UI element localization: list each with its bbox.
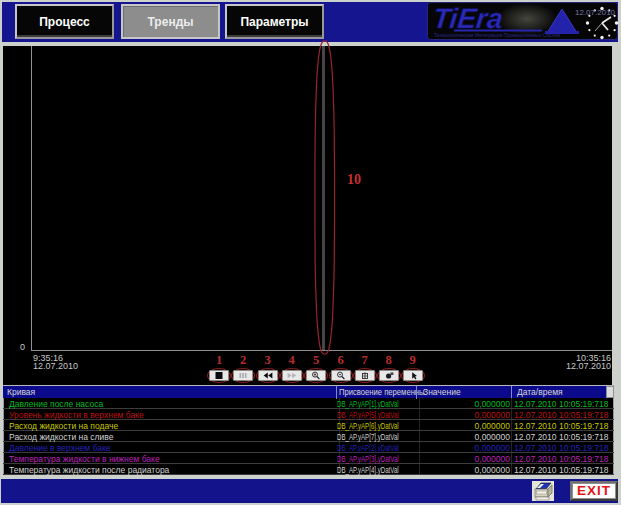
svg-text:12.07.2010: 12.07.2010 [575, 8, 616, 17]
svg-text:Технологическая Интеграция Про: Технологическая Интеграция Промышленных … [434, 32, 561, 38]
svg-text:TiEra: TiEra [432, 3, 505, 34]
